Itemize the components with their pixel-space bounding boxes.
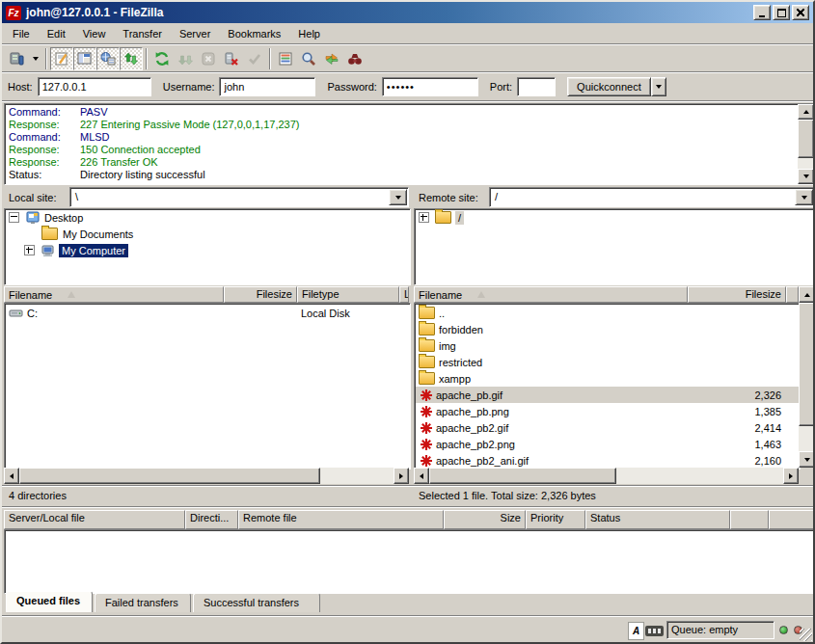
local-file-list[interactable]: C: Local Disk — [4, 303, 411, 470]
transfer-queue-list[interactable] — [4, 529, 815, 594]
local-column-last-modified[interactable]: L — [399, 286, 409, 303]
port-input[interactable] — [517, 77, 556, 96]
toggle-remote-tree-button[interactable] — [96, 47, 120, 70]
remote-vertical-scrollbar[interactable] — [799, 286, 815, 468]
menu-file[interactable]: File — [4, 25, 39, 42]
menu-view[interactable]: View — [74, 25, 115, 42]
remote-file-row[interactable]: apache_pb2.png 1,463 — [416, 436, 799, 452]
process-queue-button[interactable] — [174, 47, 197, 70]
disconnect-button[interactable] — [220, 47, 243, 70]
remote-column-filesize[interactable]: Filesize — [688, 286, 786, 303]
local-site-dropdown-button[interactable] — [389, 189, 407, 205]
queue-column-size[interactable]: Size — [444, 510, 526, 529]
remote-file-row-selected[interactable]: apache_pb.gif 2,326 — [416, 387, 799, 403]
menu-help[interactable]: Help — [289, 25, 329, 42]
local-column-filesize[interactable]: Filesize — [224, 286, 297, 303]
remote-file-row[interactable]: .. — [416, 305, 799, 321]
transfer-type-indicator-icon[interactable] — [628, 622, 644, 640]
remote-file-row[interactable]: restricted — [416, 354, 799, 370]
local-column-filename[interactable]: Filename — [4, 286, 224, 303]
message-log[interactable]: Command:PASV Response:227 Entering Passi… — [4, 103, 815, 185]
expand-icon[interactable] — [419, 212, 429, 223]
menu-bookmarks[interactable]: Bookmarks — [219, 25, 289, 42]
site-manager-button[interactable] — [6, 47, 29, 70]
scrollbar-thumb[interactable] — [798, 120, 814, 158]
scroll-up-button[interactable] — [798, 104, 814, 120]
maximize-button[interactable] — [773, 5, 790, 20]
queue-column-status[interactable]: Status — [585, 510, 730, 529]
minimize-button[interactable] — [753, 5, 771, 20]
scroll-left-button[interactable] — [414, 468, 429, 484]
local-column-filetype[interactable]: Filetype — [297, 286, 399, 303]
scroll-down-button[interactable] — [799, 451, 815, 468]
refresh-button[interactable] — [150, 47, 174, 70]
tab-failed-transfers[interactable]: Failed transfers — [95, 593, 191, 612]
scroll-left-button[interactable] — [4, 468, 19, 484]
menu-server[interactable]: Server — [171, 25, 219, 42]
cancel-operation-button[interactable] — [197, 47, 220, 70]
local-site-combobox[interactable]: \ — [69, 187, 409, 207]
remote-file-row[interactable]: apache_pb2_ani.gif 2,160 — [416, 452, 799, 469]
remote-file-row[interactable]: xampp — [416, 370, 799, 387]
scrollbar-thumb[interactable] — [429, 468, 616, 484]
scroll-up-button[interactable] — [799, 286, 815, 303]
local-horizontal-scrollbar[interactable] — [4, 468, 409, 484]
menu-transfer[interactable]: Transfer — [114, 25, 171, 42]
scrollbar-thumb[interactable] — [19, 468, 320, 484]
toggle-transfer-queue-button[interactable] — [120, 47, 143, 70]
local-file-row[interactable]: C: Local Disk — [6, 305, 409, 321]
speed-limit-indicator-icon[interactable] — [645, 626, 664, 636]
tree-item-my-documents[interactable]: My Documents — [5, 226, 410, 242]
remote-site-combobox[interactable]: / — [489, 187, 815, 207]
username-label: Username: — [163, 81, 215, 93]
remote-tree-icon — [100, 51, 116, 67]
collapse-icon[interactable] — [9, 212, 19, 223]
quickconnect-dropdown-button[interactable] — [651, 77, 666, 96]
remote-column-filename[interactable]: Filename — [414, 286, 688, 303]
remote-horizontal-scrollbar[interactable] — [414, 468, 799, 484]
remote-file-row[interactable]: forbidden — [416, 321, 799, 337]
scroll-down-button[interactable] — [798, 169, 814, 184]
remote-site-dropdown-button[interactable] — [795, 189, 813, 205]
remote-file-list[interactable]: .. forbidden img restricted xampp apache… — [414, 303, 801, 470]
image-file-icon — [420, 438, 433, 451]
expand-icon[interactable] — [24, 245, 35, 255]
directory-listing-filters-button[interactable] — [274, 47, 297, 70]
quickconnect-button[interactable]: Quickconnect — [567, 77, 651, 96]
tree-item-my-computer[interactable]: My Computer — [5, 242, 410, 258]
queue-column-direction[interactable]: Directi... — [185, 510, 238, 529]
scrollbar-thumb[interactable] — [799, 303, 815, 426]
resize-grip[interactable] — [800, 629, 812, 641]
menu-edit[interactable]: Edit — [39, 25, 74, 42]
tab-successful-transfers[interactable]: Successful transfers — [193, 593, 320, 612]
username-input[interactable] — [219, 77, 315, 96]
queue-column-remote-file[interactable]: Remote file — [238, 510, 444, 529]
queue-column-filler — [730, 510, 769, 529]
remote-site-label: Remote site: — [414, 192, 483, 203]
directory-comparison-button[interactable] — [297, 47, 320, 70]
tab-queued-files[interactable]: Queued files — [6, 591, 93, 612]
queue-column-priority[interactable]: Priority — [526, 510, 585, 529]
queue-column-server-local-file[interactable]: Server/Local file — [4, 510, 185, 529]
close-button[interactable] — [792, 5, 809, 20]
tab-label: Successful transfers — [204, 597, 299, 608]
log-vertical-scrollbar[interactable] — [798, 104, 814, 184]
tree-item-root[interactable]: / — [415, 209, 815, 226]
tree-item-desktop[interactable]: Desktop — [5, 209, 410, 226]
titlebar[interactable]: john@127.0.0.1 - FileZilla — [2, 2, 813, 23]
host-input[interactable] — [38, 77, 151, 96]
remote-file-row[interactable]: apache_pb.png 1,385 — [416, 403, 799, 419]
password-input[interactable] — [382, 77, 478, 96]
local-directory-tree[interactable]: Desktop My Documents My Computer — [4, 208, 411, 285]
synchronized-browsing-button[interactable] — [320, 47, 343, 70]
scroll-right-button[interactable] — [783, 468, 799, 484]
remote-file-row[interactable]: apache_pb2.gif 2,414 — [416, 419, 799, 436]
toggle-message-log-button[interactable] — [50, 47, 73, 70]
remote-directory-tree[interactable]: / — [414, 208, 815, 285]
reconnect-button[interactable] — [243, 47, 266, 70]
remote-file-row[interactable]: img — [416, 337, 799, 354]
scroll-right-button[interactable] — [394, 468, 409, 484]
find-files-button[interactable] — [343, 47, 367, 70]
site-manager-dropdown-button[interactable] — [29, 47, 42, 70]
toggle-local-tree-button[interactable] — [73, 47, 96, 70]
